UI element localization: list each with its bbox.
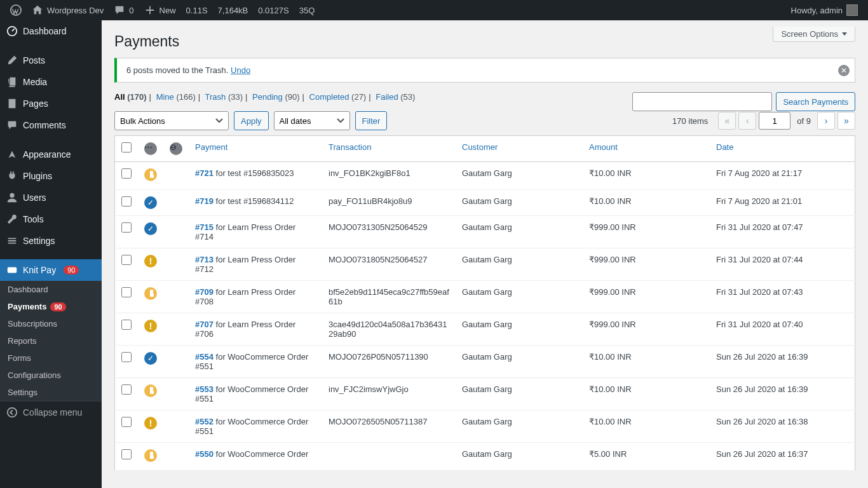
row-checkbox[interactable] — [121, 384, 132, 395]
view-mine[interactable]: Mine (166) — [156, 92, 196, 102]
new-content[interactable]: New — [139, 0, 181, 20]
table-row: ✓#719 for test #1596834112pay_FO11uBR4kj… — [115, 190, 855, 216]
next-page[interactable]: › — [817, 112, 835, 130]
col-payment[interactable]: Payment — [195, 142, 227, 152]
prev-page[interactable]: ‹ — [738, 112, 756, 130]
perf-db[interactable]: 0.0127S — [253, 0, 294, 20]
view-trash[interactable]: Trash (33) — [205, 92, 243, 102]
payment-link[interactable]: #719 — [195, 196, 214, 206]
filter-button[interactable]: Filter — [355, 111, 388, 130]
view-pending[interactable]: Pending (90) — [252, 92, 299, 102]
payment-link[interactable]: #553 — [195, 384, 214, 394]
perf-queries[interactable]: 35Q — [294, 0, 320, 20]
col-date[interactable]: Date — [716, 142, 733, 152]
transaction-cell — [322, 443, 456, 471]
sidebar-item-users[interactable]: Users — [0, 187, 102, 208]
svg-point-3 — [10, 193, 14, 198]
perf-time[interactable]: 0.11S — [181, 0, 213, 20]
page-number-input[interactable] — [759, 112, 790, 130]
notice-text: 6 posts moved to the Trash. — [126, 65, 231, 75]
search-input[interactable] — [632, 92, 772, 111]
collapse-menu[interactable]: Collapse menu — [0, 401, 102, 423]
view-filters: All (170)| Mine (166)| Trash (33)| Pendi… — [114, 92, 632, 102]
date-filter-select[interactable]: All dates — [274, 111, 350, 130]
site-name[interactable]: Wordpress Dev — [27, 0, 109, 20]
amount-cell: ₹10.00 INR — [583, 190, 710, 216]
transaction-cell: MOJO0731805N25064527 — [322, 248, 456, 281]
table-row: ✓#554 for WooCommerce Order #551MOJO0726… — [115, 346, 855, 378]
sidebar-item-pages[interactable]: Pages — [0, 93, 102, 114]
sidebar-item-tools[interactable]: Tools — [0, 208, 102, 230]
sidebar-item-dashboard[interactable]: Dashboard — [0, 20, 102, 42]
row-checkbox[interactable] — [121, 417, 132, 427]
col-customer[interactable]: Customer — [462, 142, 498, 152]
page-total: of 9 — [793, 116, 815, 126]
submenu-forms[interactable]: Forms — [0, 349, 102, 367]
payment-for: for test #1596835023 — [214, 168, 294, 178]
col-amount[interactable]: Amount — [589, 142, 618, 152]
date-cell: Fri 31 Jul 2020 at 07:40 — [710, 313, 855, 346]
first-page[interactable]: « — [718, 112, 736, 130]
row-checkbox[interactable] — [121, 222, 132, 233]
row-checkbox[interactable] — [121, 352, 132, 362]
row-checkbox[interactable] — [121, 320, 132, 330]
col-transaction[interactable]: Transaction — [329, 142, 371, 152]
comments-link[interactable]: 0 — [109, 0, 139, 20]
badge: 90 — [50, 302, 65, 311]
search-payments-button[interactable]: Search Payments — [776, 92, 855, 111]
submenu-settings[interactable]: Settings — [0, 384, 102, 401]
payment-link[interactable]: #554 — [195, 352, 214, 362]
status-completed-icon: ✓ — [144, 196, 157, 209]
view-completed[interactable]: Completed (27) — [309, 92, 367, 102]
submenu-reports[interactable]: Reports — [0, 332, 102, 349]
table-row: !#707 for Learn Press Order #7063cae49d1… — [115, 313, 855, 346]
amount-cell: ₹10.00 INR — [583, 410, 710, 443]
items-count: 170 items — [672, 116, 708, 126]
amount-cell: ₹999.00 INR — [583, 248, 710, 281]
sidebar-item-plugins[interactable]: Plugins — [0, 165, 102, 187]
sidebar-item-knitpay[interactable]: Knit Pay90 — [0, 259, 102, 281]
knitpay-submenu: Dashboard Payments90 Subscriptions Repor… — [0, 281, 102, 401]
customer-cell: Gautam Garg — [456, 281, 583, 313]
perf-mem[interactable]: 7,164kB — [213, 0, 254, 20]
view-failed[interactable]: Failed (53) — [376, 92, 415, 102]
sidebar-item-settings[interactable]: Settings — [0, 230, 102, 252]
status-completed-icon: ✓ — [144, 352, 157, 365]
amount-cell: ₹10.00 INR — [583, 378, 710, 410]
select-all-checkbox[interactable] — [121, 142, 132, 152]
payment-link[interactable]: #552 — [195, 417, 214, 426]
last-page[interactable]: » — [837, 112, 855, 130]
sidebar-item-appearance[interactable]: Appearance — [0, 144, 102, 165]
submenu-dashboard[interactable]: Dashboard — [0, 281, 102, 298]
row-checkbox[interactable] — [121, 196, 132, 207]
payment-link[interactable]: #550 — [195, 449, 214, 459]
table-row: #709 for Learn Press Order #708bf5e2eb9d… — [115, 281, 855, 313]
submenu-subscriptions[interactable]: Subscriptions — [0, 315, 102, 332]
view-all[interactable]: All (170) — [114, 92, 147, 102]
submenu-payments[interactable]: Payments90 — [0, 298, 102, 315]
sidebar-item-posts[interactable]: Posts — [0, 50, 102, 71]
sidebar-item-media[interactable]: Media — [0, 71, 102, 93]
bulk-actions-select[interactable]: Bulk Actions — [114, 111, 229, 130]
row-checkbox[interactable] — [121, 168, 132, 179]
sidebar-item-comments[interactable]: Comments — [0, 114, 102, 136]
wp-logo[interactable] — [5, 0, 27, 20]
payment-link[interactable]: #715 — [195, 222, 214, 232]
submenu-configurations[interactable]: Configurations — [0, 367, 102, 384]
date-cell: Fri 31 Jul 2020 at 07:43 — [710, 281, 855, 313]
row-checkbox[interactable] — [121, 255, 132, 265]
transaction-cell: MOJO0726P05N05711390 — [322, 346, 456, 378]
payment-link[interactable]: #721 — [195, 168, 214, 178]
status-pending-icon — [144, 287, 157, 300]
notice-undo-link[interactable]: Undo — [231, 65, 250, 75]
apply-button[interactable]: Apply — [234, 111, 269, 130]
row-checkbox[interactable] — [121, 287, 132, 297]
screen-options-toggle[interactable]: Screen Options — [773, 27, 855, 42]
row-checkbox[interactable] — [121, 449, 132, 459]
payment-link[interactable]: #709 — [195, 287, 214, 297]
payment-link[interactable]: #707 — [195, 320, 214, 329]
payment-link[interactable]: #713 — [195, 255, 214, 264]
notice-dismiss[interactable]: ✕ — [838, 65, 850, 76]
customer-cell: Gautam Garg — [456, 346, 583, 378]
my-account[interactable]: Howdy, admin — [786, 0, 863, 20]
